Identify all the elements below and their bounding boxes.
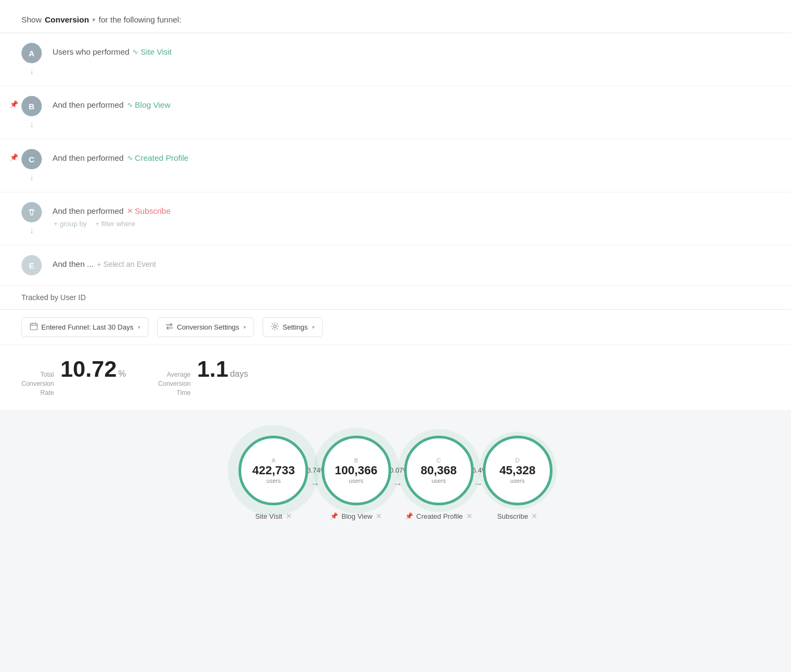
step-content-d: And then performed ✕ Subscribe + group b… — [53, 202, 170, 228]
funnel-circle-a: A 422,733 users — [238, 436, 308, 505]
funnel-circle-c: C 80,368 users — [404, 436, 474, 505]
circle-users-label-c: users — [431, 477, 446, 484]
step-row-d: And then performed ✕ Subscribe — [53, 206, 170, 215]
conversion-settings-btn[interactable]: Conversion Settings ▾ — [157, 317, 254, 337]
date-range-caret: ▾ — [138, 324, 140, 330]
step-connector-c: And then performed — [53, 153, 124, 162]
conversion-settings-label: Conversion Settings — [177, 323, 239, 331]
show-line: Show Conversion ▾ for the following funn… — [21, 9, 770, 33]
step-content-e: And then ... + Select an Event — [53, 255, 156, 268]
step-content-c: And then performed ∿ Created Profile — [53, 149, 189, 162]
funnel-label: for the following funnel: — [99, 15, 181, 24]
filter-where-btn[interactable]: + filter where — [95, 220, 136, 228]
conversion-dropdown-arrow[interactable]: ▾ — [92, 16, 95, 24]
step-connector-e: And then ... — [53, 259, 94, 268]
funnel-step-a: A ↓ Users who performed ∿ Site Visit — [0, 33, 791, 86]
event-name-d: Subscribe — [135, 206, 171, 215]
group-by-btn[interactable]: + group by — [54, 220, 87, 228]
show-label: Show — [21, 15, 42, 24]
pin-icon-b[interactable]: 📌 — [10, 100, 18, 108]
funnel-event-label-d: Subscribe ✕ — [497, 512, 538, 520]
event-name-b: Blog View — [135, 100, 170, 109]
pin-icon-c[interactable]: 📌 — [10, 153, 18, 161]
funnel-event-name-d: Subscribe — [497, 512, 528, 520]
top-section: Show Conversion ▾ for the following funn… — [0, 0, 791, 33]
circle-users-label-d: users — [510, 477, 525, 484]
funnel-steps: A ↓ Users who performed ∿ Site Visit 📌 B… — [0, 33, 791, 285]
circle-users-label-a: users — [266, 477, 281, 484]
step-connector-b: And then performed — [53, 100, 124, 109]
step-connector-a: Users who performed — [53, 47, 129, 56]
close-icon-c[interactable]: ✕ — [466, 512, 473, 520]
total-conversion-unit: % — [118, 369, 126, 379]
event-icon-c: ∿ — [127, 154, 133, 162]
controls-bar: Entered Funnel: Last 30 Days ▾ Conversio… — [0, 309, 791, 345]
event-icon-a: ∿ — [132, 48, 138, 56]
circle-users-label-b: users — [349, 477, 363, 484]
event-link-a[interactable]: ∿ Site Visit — [132, 47, 171, 56]
date-range-btn[interactable]: Entered Funnel: Last 30 Days ▾ — [21, 317, 148, 337]
pin-icon-c-viz[interactable]: 📌 — [405, 512, 413, 520]
conversion-label: Conversion — [45, 15, 89, 24]
conversion-settings-caret: ▾ — [243, 324, 246, 330]
event-icon-d: ✕ — [127, 207, 133, 215]
svg-point-1 — [274, 325, 277, 328]
metrics-section: TotalConversionRate 10.72 % AverageConve… — [0, 345, 791, 410]
funnel-circle-wrapper-b: B 100,366 users — [322, 436, 391, 505]
step-left-d: ↓ — [21, 202, 42, 235]
event-link-b[interactable]: ∿ Blog View — [127, 100, 170, 109]
step-left-e: E — [21, 255, 42, 275]
settings-btn[interactable]: Settings ▾ — [263, 317, 323, 337]
total-conversion-label: TotalConversionRate — [21, 370, 54, 397]
event-link-d[interactable]: ✕ Subscribe — [127, 206, 171, 215]
funnel-circle-wrapper-d: D 45,328 users — [483, 436, 553, 505]
funnel-viz: A 422,733 users Site Visit ✕ 23.74% → B … — [0, 414, 791, 552]
step-circle-b: B — [21, 96, 42, 116]
circle-count-c: 80,368 — [421, 465, 457, 476]
step-circle-c: C — [21, 149, 42, 169]
funnel-event-label-c: 📌 Created Profile ✕ — [405, 512, 473, 520]
step-actions-d: + group by + filter where — [54, 220, 170, 228]
step-row-b: And then performed ∿ Blog View — [53, 100, 170, 109]
funnel-node-b: B 100,366 users 📌 Blog View ✕ — [322, 436, 391, 520]
funnel-circle-wrapper-a: A 422,733 users — [238, 436, 308, 505]
event-name-c: Created Profile — [135, 153, 189, 162]
step-circle-e: E — [21, 255, 42, 275]
step-arrow-d: ↓ — [29, 226, 34, 235]
calendar-icon — [29, 322, 38, 332]
connector-arrow-ab: → — [310, 479, 320, 490]
step-arrow-b: ↓ — [29, 120, 34, 129]
funnel-circle-b: B 100,366 users — [322, 436, 391, 505]
metric-avg-conversion: AverageConversionTime 1.1 days — [158, 358, 248, 397]
funnel-event-name-c: Created Profile — [416, 512, 463, 520]
metric-total-conversion: TotalConversionRate 10.72 % — [21, 358, 126, 397]
close-icon-d[interactable]: ✕ — [531, 512, 538, 520]
funnel-step-b: 📌 B ↓ And then performed ∿ Blog View — [0, 86, 791, 139]
funnel-circle-d: D 45,328 users — [483, 436, 553, 505]
event-link-c[interactable]: ∿ Created Profile — [127, 153, 189, 162]
step-left-c: 📌 C ↓ — [21, 149, 42, 182]
funnel-node-d: D 45,328 users Subscribe ✕ — [483, 436, 553, 520]
step-content-a: Users who performed ∿ Site Visit — [53, 43, 171, 56]
close-icon-b[interactable]: ✕ — [376, 512, 382, 520]
step-row-e: And then ... + Select an Event — [53, 259, 156, 268]
pin-icon-b-viz[interactable]: 📌 — [330, 512, 338, 520]
circle-step-label-c: C — [437, 457, 441, 464]
circle-step-label-d: D — [516, 457, 520, 464]
circle-count-d: 45,328 — [499, 465, 535, 476]
avg-conversion-value: 1.1 — [197, 358, 228, 380]
funnel-node-a: A 422,733 users Site Visit ✕ — [238, 436, 308, 520]
svg-rect-0 — [31, 324, 38, 330]
circle-count-b: 100,366 — [335, 465, 378, 476]
circle-count-a: 422,733 — [252, 465, 295, 476]
step-circle-d-delete[interactable] — [21, 202, 42, 222]
step-arrow-c: ↓ — [29, 173, 34, 182]
page-container: Show Conversion ▾ for the following funn… — [0, 0, 791, 672]
select-event-btn[interactable]: + Select an Event — [97, 260, 156, 268]
funnel-circle-wrapper-c: C 80,368 users — [404, 436, 474, 505]
step-content-b: And then performed ∿ Blog View — [53, 96, 170, 109]
step-arrow-a: ↓ — [29, 66, 34, 76]
settings-caret: ▾ — [312, 324, 315, 330]
tracked-row: Tracked by User ID — [0, 285, 791, 309]
settings-icon — [271, 322, 279, 332]
